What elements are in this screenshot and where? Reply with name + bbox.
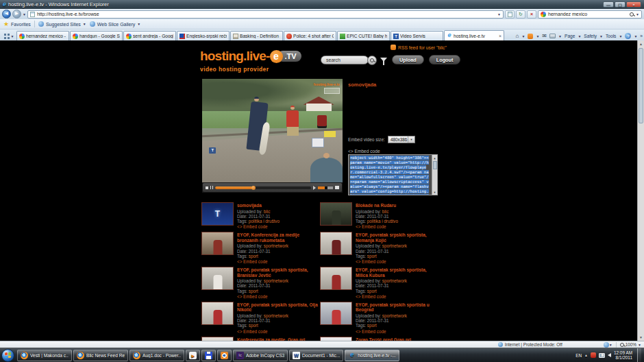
tag-link[interactable]: sport [367,323,377,328]
video-title-link[interactable]: EYOF, Konferencija za medije bronzanih r… [237,232,320,243]
browser-tab[interactable]: handgun - Google Sear... × [70,31,123,40]
browser-tab[interactable]: sent andreja - Google S... × [123,31,176,40]
refresh-button[interactable]: ↻ [516,10,525,19]
scroll-up-icon[interactable]: ▲ [638,40,644,47]
home-button[interactable]: ⌂ [516,34,519,39]
uploader-link[interactable]: sportnetwork [264,313,288,318]
site-logo[interactable]: hosting.live- e .TV video hosting provid… [200,49,301,73]
embed-code-link[interactable]: <> Embed code [237,259,320,264]
embed-code-link[interactable]: <> Embed code [356,224,398,229]
browser-search-value[interactable]: hernandez mexico [548,12,587,16]
back-button[interactable]: ◄ [2,10,11,19]
start-button[interactable] [1,349,14,362]
taskbar-app-button[interactable] [217,350,232,361]
browser-tab[interactable]: EPIC CUTE! Baby hippo ... × [337,31,390,40]
tag-link[interactable]: sport [367,254,377,258]
uploader-link[interactable]: blic [382,209,388,214]
browser-tab[interactable]: Englesko-srpski rečnik ... × [177,31,230,40]
overflow-chevron[interactable]: » [640,34,643,38]
search-icon[interactable] [630,12,634,16]
tools-menu[interactable]: Tools [606,34,616,38]
volume-tray-icon[interactable] [608,353,611,357]
chevron-down-icon[interactable]: ▼ [408,136,414,143]
video-thumbnail[interactable] [201,302,234,325]
uploader-link[interactable]: sportnetwork [382,243,407,248]
browser-tab[interactable]: Basking - Definition an... × [230,31,283,40]
tag-link[interactable]: politika i društvo [249,219,280,224]
tag-link[interactable]: sport [249,289,258,293]
print-button[interactable] [549,34,556,38]
progress-bar[interactable] [215,186,311,189]
video-thumbnail[interactable] [201,232,234,255]
clock[interactable]: 12:09 AM 8/1/2011 [614,350,632,360]
recent-pages-dropdown[interactable]: ▼ [23,12,26,16]
uploader-link[interactable]: sportnetwork [264,278,288,283]
video-title-link[interactable]: EYOF, povratak srpskih sportista, Olja N… [237,302,320,313]
stop-playback-button[interactable] [206,186,208,189]
embed-code-link[interactable]: <> Embed code [237,294,320,299]
volume-icon[interactable] [313,186,316,190]
upload-button[interactable]: Upload [392,55,424,64]
browser-tab[interactable]: hosting.live-e.tv × [444,30,504,40]
quick-tabs-button[interactable]: ▼ [1,32,16,40]
taskbar-app-button[interactable]: Document1 - Mic... [289,350,343,361]
scroll-down-icon[interactable]: ▼ [432,189,437,195]
video-thumbnail[interactable] [320,232,352,255]
logout-button[interactable]: Logout [429,55,461,64]
taskbar-app-button[interactable] [201,350,216,361]
uploader-link[interactable]: sportnetwork [382,313,407,318]
browser-search-box[interactable]: hernandez mexico ▼ [538,10,642,19]
video-thumbnail[interactable] [320,267,352,290]
taskbar-app-button[interactable] [186,350,200,361]
video-thumbnail[interactable] [201,267,234,290]
rss-button[interactable] [528,34,533,39]
embed-code-box[interactable]: <object width="480" height="386"><param … [348,154,438,195]
scroll-down-icon[interactable]: ▼ [638,334,644,341]
video-title-link[interactable]: EYOF, povratak srpskih sportista, Branis… [237,267,320,278]
video-thumbnail[interactable] [320,202,352,226]
help-button[interactable]: ? [625,33,631,39]
video-title-link[interactable]: somovijada [237,203,280,208]
uploader-link[interactable]: sportnetwork [264,243,288,248]
video-title-link[interactable]: EYOF, povratak srpskih sportista, Nemanj… [356,232,438,243]
stop-button[interactable]: × [527,10,536,19]
volume-slider[interactable] [318,186,333,189]
tag-link[interactable]: sport [249,323,258,328]
video-screen[interactable]: T hosting.live-e.tv [202,79,343,182]
uploader-link[interactable]: sportnetwork [382,278,407,283]
suggested-sites-button[interactable]: Suggested Sites ▼ [38,21,86,27]
fullscreen-button[interactable] [335,186,339,189]
address-bar[interactable]: http://hosting.live-e.tv/browse ▼ [27,10,504,19]
browser-tab[interactable]: hernandez mexico - Go... × [16,31,69,40]
embed-code-link[interactable]: <> Embed code [356,259,438,264]
action-center-icon[interactable] [591,352,596,358]
address-dropdown[interactable]: ▼ [497,12,501,16]
show-desktop-button[interactable] [637,348,641,362]
mail-button[interactable]: ✉ [542,34,547,39]
zoom-control[interactable]: 100% ▼ [620,342,641,347]
embed-scrollbar[interactable]: ▲ ▼ [432,155,437,195]
embed-code-link[interactable]: <> Embed code [356,329,438,334]
page-scrollbar[interactable]: ▲ ▼ [637,40,644,341]
tab-close-button[interactable]: × [499,34,501,38]
taskbar-app-button[interactable]: Vesti | Makonda c... [17,350,72,361]
minimize-button[interactable]: — [603,1,614,8]
compatibility-view-button[interactable] [505,10,515,19]
video-thumbnail[interactable] [320,302,352,325]
video-title-link[interactable]: Blokade na Rudaru [356,203,398,208]
tag-link[interactable]: sport [249,254,258,258]
page-actions-icon[interactable] [604,342,609,348]
safety-menu[interactable]: Safety [584,34,597,38]
tag-link[interactable]: sport [367,289,377,293]
search-provider-dropdown[interactable]: ▼ [636,12,639,16]
maximize-button[interactable]: ▢ [615,1,626,8]
address-text[interactable]: http://hosting.live-e.tv/browse [37,12,99,16]
rss-feed-note[interactable]: RSS feed for user "blic" [391,45,447,50]
language-indicator[interactable]: EN [575,353,582,358]
uploader-link[interactable]: blic [264,209,270,214]
browser-tab[interactable]: Police: 4 shot after Geor... × [284,31,336,40]
site-search-button[interactable] [367,56,377,65]
scrollbar-thumb[interactable] [639,48,643,123]
embed-code-link[interactable]: <> Embed code [237,329,320,334]
close-button[interactable]: × [626,1,641,8]
